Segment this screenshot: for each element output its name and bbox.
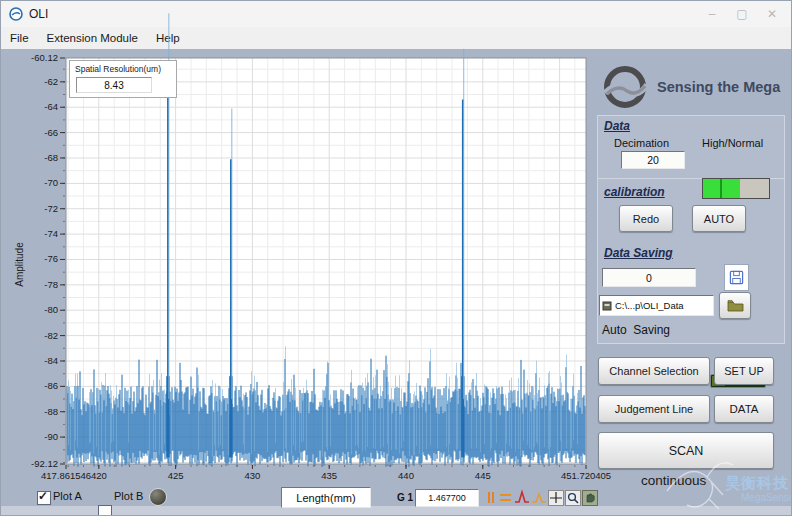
svg-text:451.720405: 451.720405: [561, 470, 611, 481]
channel-selection-button[interactable]: Channel Selection: [598, 357, 710, 385]
judgement-line-button[interactable]: Judgement Line: [598, 395, 710, 423]
autoscale-x-icon[interactable]: [514, 489, 530, 506]
brand-logo-icon: [601, 63, 649, 111]
window-title: OLI: [29, 7, 48, 21]
svg-text:-90: -90: [44, 431, 58, 442]
floppy-disk-icon: [729, 270, 744, 285]
svg-text:-62: -62: [44, 76, 58, 87]
plot-b-label: Plot B: [114, 490, 143, 502]
redo-button[interactable]: Redo: [619, 205, 673, 232]
decimation-input[interactable]: 20: [621, 151, 685, 169]
data-button[interactable]: DATA: [714, 395, 774, 423]
menu-help[interactable]: Help: [147, 32, 189, 44]
scan-button[interactable]: SCAN: [598, 432, 774, 469]
app-logo-icon: [9, 7, 23, 21]
svg-text:-64: -64: [44, 101, 58, 112]
status-led: [149, 488, 167, 506]
menu-extension-module[interactable]: Extension Module: [38, 32, 147, 44]
svg-text:-88: -88: [44, 406, 58, 417]
svg-text:-72: -72: [44, 203, 58, 214]
calibration-section-title: calibration: [604, 185, 665, 199]
app-window: OLI – ▢ ✕ File Extension Module Help Amp…: [0, 0, 792, 516]
plot-b-checkbox[interactable]: [98, 505, 112, 516]
plot-a-label: Plot A: [53, 490, 82, 502]
menu-bar: File Extension Module Help: [1, 27, 791, 50]
high-normal-label: High/Normal: [702, 137, 763, 149]
data-section-title: Data: [604, 119, 630, 133]
data-saving-section-title: Data Saving: [604, 246, 673, 260]
path-control-icon: [602, 300, 613, 312]
toggle-divider: [720, 179, 722, 198]
svg-text:-70: -70: [44, 177, 58, 188]
continuous-label: continuous: [641, 473, 706, 488]
svg-text:-78: -78: [44, 279, 58, 290]
waveform-graph[interactable]: -60.12-62-64-66-68-70-72-74-76-78-80-82-…: [11, 49, 609, 487]
pan-tool-icon[interactable]: [582, 489, 598, 506]
autoscale-y-icon[interactable]: [531, 489, 547, 506]
browse-folder-button[interactable]: [719, 292, 751, 319]
svg-text:430: 430: [244, 470, 260, 481]
close-button[interactable]: ✕: [757, 7, 787, 21]
folder-icon: [727, 299, 744, 312]
svg-text:-80: -80: [44, 304, 58, 315]
save-path-text: C:\...p\OLI_Data: [615, 300, 684, 311]
auto-saving-label: Auto Saving: [602, 323, 670, 337]
zoom-tool-icon[interactable]: [565, 489, 581, 506]
x-axis-title-box: Length(mm): [281, 487, 371, 508]
svg-text:-82: -82: [44, 330, 58, 341]
svg-text:-84: -84: [44, 355, 58, 366]
svg-text:440: 440: [398, 470, 414, 481]
save-button[interactable]: [724, 264, 749, 291]
calibration-saving-group-box: [597, 178, 785, 344]
svg-text:-92.12: -92.12: [31, 458, 58, 469]
svg-text:-68: -68: [44, 152, 58, 163]
title-bar: OLI – ▢ ✕: [1, 1, 791, 27]
plot-a-checkbox[interactable]: [37, 491, 51, 505]
scale-lock-y-icon[interactable]: [498, 489, 513, 506]
spatial-resolution-box: Spatial Resolution(um) 8.43: [69, 60, 177, 98]
setup-button[interactable]: SET UP: [714, 357, 774, 385]
svg-text:-74: -74: [44, 228, 58, 239]
save-path-input[interactable]: C:\...p\OLI_Data: [599, 295, 714, 316]
graph-palette: [485, 488, 598, 506]
svg-text:-76: -76: [44, 253, 58, 264]
svg-text:-60.12: -60.12: [31, 52, 58, 63]
svg-text:445: 445: [475, 470, 491, 481]
g1-label: G 1: [397, 492, 413, 503]
g1-value-box[interactable]: 1.467700: [415, 489, 479, 507]
saving-counter-input[interactable]: 0: [602, 268, 696, 287]
svg-text:417.861546: 417.861546: [41, 470, 91, 481]
scale-lock-x-icon[interactable]: [485, 489, 497, 506]
svg-text:425: 425: [168, 470, 184, 481]
spatial-resolution-value: 8.43: [76, 77, 152, 93]
brand-text: Sensing the Mega: [657, 79, 780, 95]
spatial-resolution-label: Spatial Resolution(um): [70, 63, 176, 77]
svg-text:-86: -86: [44, 380, 58, 391]
svg-text:420: 420: [91, 470, 107, 481]
decimation-label: Decimation: [614, 137, 669, 149]
maximize-button[interactable]: ▢: [727, 7, 757, 21]
bottom-strip: [1, 506, 791, 515]
svg-text:-66: -66: [44, 127, 58, 138]
auto-button[interactable]: AUTO: [692, 205, 746, 232]
minimize-button[interactable]: –: [697, 7, 727, 21]
menu-file[interactable]: File: [1, 32, 38, 44]
high-normal-toggle[interactable]: [702, 178, 770, 199]
svg-text:435: 435: [321, 470, 337, 481]
cursor-tool-icon[interactable]: [548, 489, 564, 506]
